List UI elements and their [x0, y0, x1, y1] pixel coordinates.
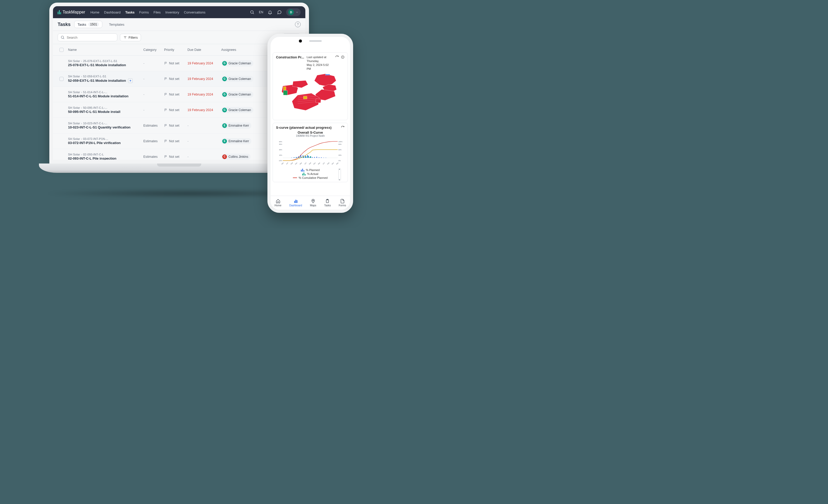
breadcrumb: SH Solar›10-023-INT-C-L-... [68, 122, 143, 125]
svg-rect-59 [316, 157, 317, 158]
chart-legend: % Planned % Actual % Cumulative Planned [276, 168, 344, 179]
nav-files[interactable]: Files [154, 10, 161, 14]
scurve-chart: -10%10%30%50%60%0%30%60%90%105%MarJunSep… [276, 138, 344, 167]
main-nav: Home Dashboard Tasks Forms Files Invento… [90, 10, 205, 14]
assignee-chip[interactable]: CCollins Jinkins [221, 154, 251, 160]
svg-rect-68 [303, 157, 304, 158]
nav-forms[interactable]: Forms [139, 10, 149, 14]
scroll-indicator-icon[interactable] [338, 168, 341, 180]
tasks-count-badge: 1501 [88, 22, 99, 27]
language-switch[interactable]: EN [259, 10, 263, 14]
svg-rect-70 [308, 156, 309, 158]
mtab-maps[interactable]: Maps [310, 199, 316, 207]
cell-assignee: GGracie Coleman [221, 60, 268, 67]
assignee-chip[interactable]: GGracie Coleman [221, 60, 253, 67]
add-subtask-button[interactable]: + [128, 78, 133, 83]
task-name: 51-014-INT-C-L-S1 Module installation [68, 94, 143, 98]
mtab-tasks[interactable]: Tasks [324, 199, 331, 207]
col-category[interactable]: Category [143, 48, 164, 52]
progress-map[interactable] [276, 71, 344, 117]
filter-icon [123, 36, 127, 39]
svg-rect-73 [294, 201, 295, 203]
assignee-chip[interactable]: GGracie Coleman [221, 107, 253, 113]
search-input-wrapper[interactable] [58, 34, 117, 41]
cell-category: - [143, 61, 164, 65]
pin-icon [311, 199, 316, 204]
chart-title: Overall S-Curve [276, 131, 344, 134]
search-icon [60, 35, 65, 39]
mtab-forms[interactable]: Forms [339, 199, 346, 207]
construction-progress-card[interactable]: Construction Pr... Last updated at Thurs… [273, 52, 348, 120]
nav-conversations[interactable]: Conversations [184, 10, 205, 14]
svg-text:60%: 60% [279, 141, 282, 142]
svg-text:30%: 30% [338, 155, 342, 156]
user-menu[interactable]: D [286, 8, 301, 16]
svg-rect-58 [314, 157, 315, 158]
row-checkbox[interactable] [59, 77, 64, 81]
svg-text:Jun: Jun [304, 162, 307, 165]
tab-tasks[interactable]: Tasks 1501 [74, 21, 102, 28]
svg-text:Sep: Sep [308, 162, 311, 165]
info-icon[interactable] [341, 55, 344, 59]
cell-category: - [143, 77, 164, 81]
search-input[interactable] [67, 36, 115, 39]
svg-text:Mar: Mar [299, 162, 302, 165]
col-name[interactable]: Name [68, 48, 143, 52]
cell-category: Estimates [143, 124, 164, 127]
refresh-icon[interactable] [335, 55, 339, 59]
filters-button[interactable]: Filters [120, 34, 141, 41]
chat-icon[interactable] [277, 10, 282, 15]
scurve-card[interactable]: S-curve (planned/ actual progress) Overa… [273, 123, 348, 182]
mobile-tabbar: Home Dashboard Maps Tasks Forms [271, 196, 350, 210]
mtab-home[interactable]: Home [275, 199, 282, 207]
col-assignees[interactable]: Assignees [221, 48, 268, 52]
tab-tasks-label: Tasks [78, 23, 86, 27]
mtab-dashboard[interactable]: Dashboard [289, 199, 302, 207]
mobile-device: Construction Pr... Last updated at Thurs… [267, 34, 353, 213]
svg-rect-49 [293, 158, 294, 158]
cell-category: - [143, 108, 164, 112]
svg-rect-69 [305, 157, 306, 158]
assignee-chip[interactable]: GGracie Coleman [221, 91, 253, 97]
svg-rect-61 [321, 158, 322, 158]
task-name: 03-072-INT-P1N-L Pile virification [68, 141, 143, 145]
flag-icon [164, 108, 167, 112]
svg-rect-50 [296, 157, 296, 158]
select-all-checkbox[interactable] [59, 48, 64, 52]
cell-assignee: EEmmaline Kerr [221, 138, 268, 144]
col-due[interactable]: Due Date [188, 48, 221, 52]
nav-tasks[interactable]: Tasks [125, 10, 134, 14]
svg-text:60%: 60% [338, 149, 342, 151]
search-icon[interactable] [250, 10, 255, 15]
svg-rect-71 [310, 156, 311, 158]
help-icon[interactable]: ? [295, 22, 301, 27]
svg-text:105%: 105% [338, 141, 342, 142]
phone-camera-icon [299, 39, 302, 43]
svg-text:Jun: Jun [286, 162, 288, 165]
task-name: 10-023-INT-C-L-S1 Quantity verification [68, 125, 143, 129]
cell-due: 19 February 2024 [188, 108, 221, 112]
nav-dashboard[interactable]: Dashboard [104, 10, 121, 14]
svg-text:30%: 30% [279, 149, 282, 151]
cell-priority: Not set [164, 93, 188, 96]
flag-icon [164, 77, 167, 80]
svg-text:-10%: -10% [278, 160, 282, 162]
assignee-chip[interactable]: GGracie Coleman [221, 76, 253, 82]
tab-templates[interactable]: Templates [106, 21, 127, 28]
col-priority[interactable]: Priority [164, 48, 188, 52]
svg-text:Mar: Mar [318, 162, 320, 165]
nav-inventory[interactable]: Inventory [165, 10, 179, 14]
bell-icon[interactable] [267, 10, 273, 15]
cell-due: - [188, 124, 221, 127]
chevron-down-icon [295, 11, 299, 14]
brand-name: TaskMapper [63, 10, 85, 14]
assignee-chip[interactable]: EEmmaline Kerr [221, 138, 251, 144]
refresh-icon[interactable] [341, 126, 344, 129]
nav-home[interactable]: Home [90, 10, 99, 14]
assignee-chip[interactable]: EEmmaline Kerr [221, 123, 251, 129]
file-icon [340, 199, 345, 204]
phone-speaker-icon [309, 40, 322, 42]
svg-text:Dec: Dec [295, 162, 298, 165]
cell-priority: Not set [164, 139, 188, 143]
cell-due: 19 February 2024 [188, 92, 221, 96]
